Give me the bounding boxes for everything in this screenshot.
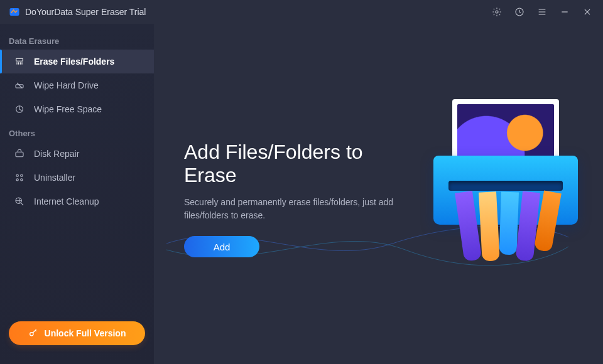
svg-point-7 <box>16 174 18 176</box>
svg-rect-6 <box>16 152 23 156</box>
svg-rect-3 <box>16 58 23 61</box>
sidebar-item-label: Uninstaller <box>34 173 75 183</box>
titlebar: DoYourData Super Eraser Trial <box>0 0 603 24</box>
illustration-shred <box>499 192 519 255</box>
app-logo-icon <box>9 6 20 18</box>
svg-point-1 <box>496 11 498 13</box>
sidebar-item-label: Wipe Hard Drive <box>34 80 99 90</box>
app-title: DoYourData Super Eraser Trial <box>25 7 146 17</box>
sidebar-item-uninstaller[interactable]: Uninstaller <box>0 166 154 190</box>
shredder-illustration <box>427 99 584 262</box>
sidebar-item-erase-files[interactable]: Erase Files/Folders <box>0 50 154 73</box>
sidebar-section-data-erasure: Data Erasure <box>0 29 154 50</box>
add-button[interactable]: Add <box>184 236 259 257</box>
svg-point-10 <box>21 179 23 181</box>
svg-point-8 <box>21 174 23 176</box>
illustration-slot <box>448 181 563 191</box>
sidebar: Data Erasure Erase Files/Folders Wipe Ha… <box>0 24 154 364</box>
page-description: Securely and permanently erase files/fol… <box>184 196 415 222</box>
sidebar-item-disk-repair[interactable]: Disk Repair <box>0 142 154 166</box>
sidebar-section-others: Others <box>0 121 154 142</box>
globe-broom-icon <box>14 196 25 207</box>
page-title: Add Files/Folders to Erase <box>184 141 415 187</box>
pie-icon <box>14 104 25 115</box>
add-button-label: Add <box>214 242 231 252</box>
svg-point-12 <box>30 333 33 336</box>
main-panel: Add Files/Folders to Erase Securely and … <box>154 24 603 364</box>
clock-icon[interactable] <box>513 5 526 19</box>
sidebar-item-wipe-hard-drive[interactable]: Wipe Hard Drive <box>0 73 154 97</box>
sidebar-item-label: Internet Cleanup <box>34 196 99 206</box>
unlock-full-version-button[interactable]: Unlock Full Version <box>9 321 145 345</box>
minimize-icon[interactable] <box>558 5 572 19</box>
drive-erase-icon <box>14 80 25 91</box>
unlock-label: Unlock Full Version <box>45 328 126 338</box>
key-icon <box>28 328 38 338</box>
sidebar-item-label: Erase Files/Folders <box>34 56 114 67</box>
hero-section: Add Files/Folders to Erase Securely and … <box>184 141 415 257</box>
menu-icon[interactable] <box>535 5 549 19</box>
gear-icon[interactable] <box>490 5 504 19</box>
sidebar-item-internet-cleanup[interactable]: Internet Cleanup <box>0 190 154 213</box>
sidebar-item-label: Wipe Free Space <box>34 104 102 114</box>
toolbox-icon <box>14 148 25 159</box>
sidebar-item-wipe-free-space[interactable]: Wipe Free Space <box>0 97 154 121</box>
close-icon[interactable] <box>580 5 594 19</box>
grid-icon <box>14 172 25 183</box>
svg-point-9 <box>16 179 18 181</box>
window-controls <box>490 5 594 19</box>
shredder-icon <box>14 56 25 67</box>
illustration-shred <box>479 191 500 261</box>
sidebar-item-label: Disk Repair <box>34 149 79 159</box>
